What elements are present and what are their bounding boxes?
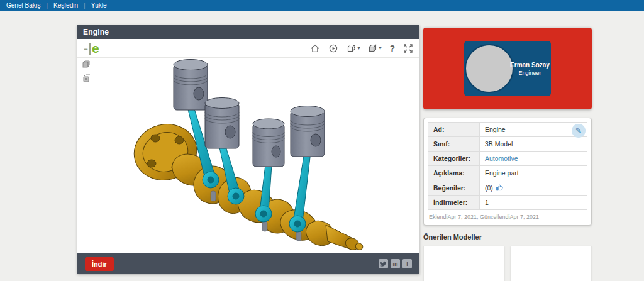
fullscreen-icon[interactable] <box>403 43 413 53</box>
top-navbar: Genel Bakış | Keşfedin | Yükle <box>0 0 644 11</box>
twitter-share-icon[interactable] <box>379 259 388 268</box>
model-viewer-panel: Engine -|e ▾ <box>77 25 419 274</box>
display-mode-dropdown[interactable]: ▾ <box>368 43 381 53</box>
disc-model-preview <box>511 269 592 281</box>
wireframe-model-preview <box>424 269 504 281</box>
info-value-description: Engine part <box>480 166 587 180</box>
table-row: Beğeniler: (0) <box>428 180 587 196</box>
logo-e: e <box>92 41 99 55</box>
home-view-icon[interactable] <box>310 43 320 53</box>
viewer-canvas[interactable] <box>77 58 419 253</box>
author-name: Erman Sozay <box>509 62 551 69</box>
suggested-model-thumbnail[interactable] <box>511 246 592 281</box>
table-row: Ad: Engine <box>428 123 587 137</box>
info-value-downloads: 1 <box>480 196 587 210</box>
table-row: Kategoriler: Automotive <box>428 152 587 166</box>
edrawings-logo: -|e <box>84 41 99 55</box>
suggested-models-heading: Önerilen Modeller <box>423 233 592 241</box>
info-label-description: Açıklama: <box>428 166 480 180</box>
nav-separator: | <box>46 2 48 9</box>
author-role: Engineer <box>509 70 551 76</box>
info-value-name: Engine <box>480 123 587 137</box>
table-row: Sınıf: 3B Model <box>428 137 587 152</box>
components-cube-icon <box>347 43 357 53</box>
download-button[interactable]: İndir <box>85 257 114 271</box>
shaded-cube-icon <box>368 43 378 53</box>
category-link[interactable]: Automotive <box>485 155 518 162</box>
author-profile-card[interactable]: Erman Sozay Engineer <box>423 28 592 109</box>
avatar <box>465 44 514 93</box>
info-label-class: Sınıf: <box>428 137 480 152</box>
chevron-down-icon: ▾ <box>379 46 381 51</box>
facebook-share-icon[interactable]: f <box>402 259 412 268</box>
info-value-class: 3B Model <box>480 137 587 152</box>
suggested-models-list <box>423 246 592 281</box>
nav-separator: | <box>84 2 86 9</box>
play-animation-icon[interactable] <box>328 43 338 53</box>
measure-icon[interactable] <box>82 74 91 83</box>
model-info-table: Ad: Engine Sınıf: 3B Model Kategoriler: … <box>428 122 587 210</box>
linkedin-share-icon[interactable]: in <box>391 259 400 268</box>
info-label-likes: Beğeniler: <box>428 180 480 196</box>
chevron-down-icon: ▾ <box>357 46 360 51</box>
model-title: Engine <box>83 28 109 36</box>
table-row: Açıklama: Engine part <box>428 166 587 180</box>
help-icon[interactable]: ? <box>389 43 395 53</box>
table-row: İndirmeler: 1 <box>428 196 587 210</box>
viewer-toolbar: -|e ▾ <box>77 39 419 58</box>
engine-3d-model <box>77 58 419 253</box>
nav-item-overview[interactable]: Genel Bakış <box>6 2 40 9</box>
edit-icon[interactable]: ✎ <box>572 124 586 138</box>
nav-item-upload[interactable]: Yükle <box>91 2 107 9</box>
model-tree-icon[interactable] <box>82 60 91 69</box>
likes-count: (0) <box>485 184 493 192</box>
suggested-model-thumbnail[interactable] <box>423 246 504 281</box>
components-view-dropdown[interactable]: ▾ <box>347 43 360 53</box>
viewer-action-bar: İndir in f <box>77 253 419 274</box>
nav-item-explore[interactable]: Keşfedin <box>53 2 78 9</box>
right-sidebar: Erman Sozay Engineer ✎ Ad: Engine Sınıf:… <box>423 28 592 281</box>
thumbs-up-icon[interactable] <box>496 184 504 192</box>
info-label-categories: Kategoriler: <box>428 152 480 166</box>
model-info-card: ✎ Ad: Engine Sınıf: 3B Model Kategoriler… <box>423 118 592 226</box>
dates-text: EklendiApr 7, 2021, GüncellendiApr 7, 20… <box>428 210 587 221</box>
info-label-downloads: İndirmeler: <box>428 196 480 210</box>
info-label-name: Ad: <box>428 123 480 137</box>
viewer-title-bar: Engine <box>77 25 419 39</box>
logo-dash: -| <box>84 41 92 55</box>
author-badge: Erman Sozay Engineer <box>464 41 551 96</box>
